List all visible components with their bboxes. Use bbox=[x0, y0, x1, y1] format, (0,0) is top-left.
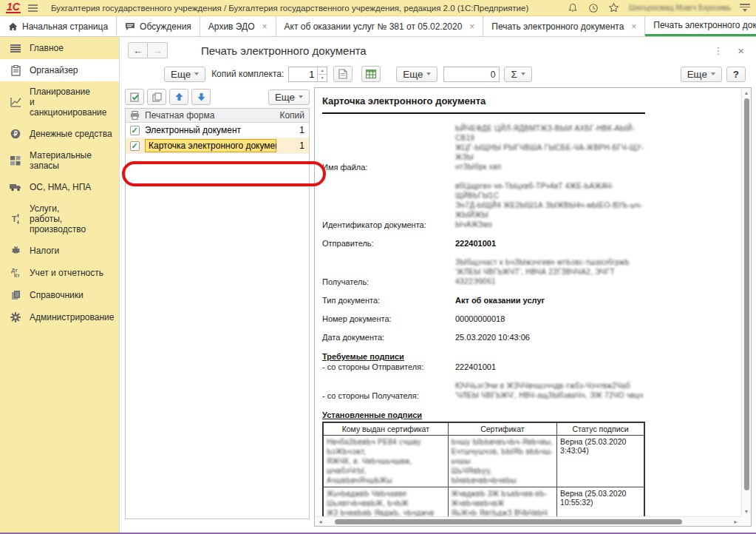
sidebar-item-taxes[interactable]: Налоги bbox=[0, 240, 119, 262]
horizontal-scroll-thumb[interactable] bbox=[335, 519, 682, 524]
notifications-bell-icon[interactable] bbox=[567, 2, 579, 14]
sidebar-item-inventory[interactable]: Материальные запасы bbox=[0, 145, 119, 176]
tab-label: Печать электронного документа bbox=[653, 20, 756, 30]
form-toolbar: Еще Копий комплекта: 1 ▲▼ Еще 0 Σ Еще bbox=[120, 64, 756, 84]
sidebar-item-services[interactable]: Т Услуги, работы, производство bbox=[0, 198, 119, 240]
sidebar-label: Администрирование bbox=[30, 312, 114, 322]
sidebar-item-administration[interactable]: Администрирование bbox=[0, 306, 119, 328]
field-doc-number: Номер документа: 00000000018 bbox=[322, 314, 645, 323]
cert-holder-redacted: ЖьчЬвджвЬ ЧвЬчавве ШьявтчЬчввЬЖ, ЬчЬЖ Ж3… bbox=[323, 487, 448, 517]
move-down-button[interactable] bbox=[191, 89, 211, 105]
more-button-left[interactable]: Еще bbox=[164, 67, 205, 82]
tab-service-act[interactable]: Акт об оказании услуг № 381 от 05.02.202… bbox=[276, 16, 484, 36]
services-icon: Т bbox=[9, 213, 22, 225]
scroll-left-icon[interactable]: ◄ bbox=[315, 519, 326, 524]
sidebar-item-money[interactable]: ₽ Денежные средства bbox=[0, 123, 119, 145]
print-forms-table: Печатная форма Копий ✓ Электронный докум… bbox=[125, 108, 310, 519]
sidebar-item-organizer[interactable]: Органайзер bbox=[0, 59, 119, 81]
more-button-middle[interactable]: Еще bbox=[396, 67, 437, 82]
scroll-up-icon[interactable]: ▲ bbox=[744, 88, 749, 98]
eagle-icon bbox=[9, 245, 22, 257]
copies-value[interactable]: 1 bbox=[289, 67, 317, 81]
field-doc-type: Тип документа: Акт об оказании услуг bbox=[322, 296, 645, 305]
stepper-up-icon[interactable]: ▲ bbox=[318, 67, 327, 75]
gear-icon bbox=[9, 311, 22, 323]
scroll-down-icon[interactable]: ▼ bbox=[744, 507, 749, 516]
more-button-right[interactable]: Еще bbox=[681, 67, 722, 82]
tab-discussions[interactable]: Обсуждения bbox=[117, 16, 200, 36]
print-list-more-button[interactable]: Еще bbox=[268, 89, 310, 105]
document-copy-icon bbox=[338, 69, 347, 79]
copy-button[interactable] bbox=[147, 89, 166, 105]
sidebar-item-main[interactable]: Главное bbox=[0, 37, 119, 59]
close-icon[interactable]: × bbox=[262, 21, 268, 32]
form-header: ← → Печать электронного документа ⋮ × bbox=[120, 37, 756, 64]
close-icon[interactable]: × bbox=[469, 21, 474, 32]
scroll-right-icon[interactable]: ► bbox=[730, 519, 741, 524]
tab-label: Акт об оказании услуг № 381 от 05.02.202… bbox=[285, 21, 463, 32]
column-header-copies[interactable]: Копий bbox=[276, 110, 309, 121]
sidebar-label: Услуги, работы, производство bbox=[30, 203, 113, 234]
current-user-name[interactable]: Шяхъросвищ Мэвгч Бхроэивь bbox=[629, 4, 731, 12]
sidebar-item-planning[interactable]: Планирование и санкционирование bbox=[0, 81, 119, 123]
document-preview-panel: Карточка электронного документа Имя файл… bbox=[314, 87, 752, 527]
tab-home[interactable]: Начальная страница bbox=[0, 16, 117, 36]
field-doc-date: Дата документа: 25.03.2020 10:43:06 bbox=[322, 333, 645, 342]
forward-button[interactable]: → bbox=[148, 42, 168, 58]
vertical-scrollbar[interactable]: ▲ ▼ bbox=[741, 88, 751, 516]
table-settings-button[interactable] bbox=[361, 66, 381, 82]
sigma-icon: Σ bbox=[511, 69, 517, 80]
tab-label: Начальная страница bbox=[22, 21, 108, 32]
tab-edo-archive[interactable]: Архив ЭДО × bbox=[200, 16, 276, 36]
sum-button[interactable]: Σ bbox=[504, 67, 531, 82]
main-menu-icon[interactable] bbox=[27, 3, 39, 13]
arrow-up-icon bbox=[175, 92, 183, 101]
field-receiver: Получатель: ЗЫбщэчаст к ЬчЗЫжэчгивн мтЬэ… bbox=[322, 257, 645, 286]
favorites-star-icon[interactable] bbox=[608, 2, 620, 14]
signature-row: ЖьчЬвджвЬ ЧвЬчавве ШьявтчЬчввЬЖ, ЬчЬЖ Ж3… bbox=[323, 487, 644, 517]
field-value-redacted: ЮЧЧьэгЭчи в ЖЗЧЧвчшэччдв-тжбэ-Чэчтвж2Чаб… bbox=[455, 381, 644, 400]
move-up-button[interactable] bbox=[169, 89, 188, 105]
svg-text:Т: Т bbox=[12, 214, 17, 223]
sidebar-item-accounting[interactable]: Дт Кт Учет и отчетность bbox=[0, 262, 119, 284]
print-forms-toolbar: Еще bbox=[125, 87, 310, 107]
title-bar: 1С Бухгалтерия государственного учрежден… bbox=[0, 0, 756, 16]
more-menu-icon[interactable]: ⋮ bbox=[713, 45, 723, 56]
row-checkbox[interactable]: ✓ bbox=[130, 126, 140, 135]
tab-label: Печать электронного документа bbox=[491, 21, 624, 32]
column-header-form[interactable]: Печатная форма bbox=[143, 110, 276, 121]
row-copies: 1 bbox=[276, 125, 309, 135]
copies-stepper[interactable]: 1 ▲▼ bbox=[288, 67, 327, 82]
planning-chart-icon bbox=[9, 96, 22, 108]
debit-credit-icon: Дт Кт bbox=[9, 267, 22, 279]
tab-print-edoc-1[interactable]: Печать электронного документа × bbox=[483, 16, 645, 36]
history-icon[interactable] bbox=[588, 2, 599, 14]
scrollbar-corner bbox=[741, 516, 751, 526]
sidebar-item-fixed-assets[interactable]: ОС, НМА, НПА bbox=[0, 176, 119, 198]
sidebar-label: Органайзер bbox=[30, 65, 78, 75]
sum-field[interactable]: 0 bbox=[443, 67, 500, 82]
print-by-sets-button[interactable] bbox=[333, 66, 353, 82]
sidebar-item-directories[interactable]: Справочники bbox=[0, 284, 119, 306]
stepper-down-icon[interactable]: ▼ bbox=[318, 75, 327, 81]
copy-pages-icon bbox=[152, 92, 162, 102]
help-button[interactable]: ? bbox=[726, 67, 746, 82]
row-checkbox[interactable]: ✓ bbox=[130, 141, 140, 151]
chat-icon bbox=[125, 22, 135, 31]
table-row-edoc-card[interactable]: ✓ Карточка электронного документа 1 bbox=[126, 138, 309, 154]
sidebar-label: Главное bbox=[30, 43, 64, 53]
back-button[interactable]: ← bbox=[128, 42, 148, 58]
app-window: 1С Бухгалтерия государственного учрежден… bbox=[0, 0, 756, 534]
horizontal-scrollbar[interactable]: ◄ ► bbox=[315, 516, 741, 526]
check-all-button[interactable] bbox=[125, 89, 144, 105]
sidebar-label: Учет и отчетность bbox=[30, 268, 103, 278]
field-value-redacted: ЗЫбщэчаст к ЬчЗЫжэчгивн мтЬэвс-тшахэбгрж… bbox=[455, 257, 645, 286]
tab-print-edoc-2-active[interactable]: Печать электронного документа × bbox=[645, 16, 756, 36]
vertical-scroll-thumb[interactable] bbox=[744, 98, 749, 490]
col-certificate: Сертификат bbox=[448, 422, 556, 436]
service-menu-icon[interactable] bbox=[740, 4, 750, 12]
close-icon[interactable]: × bbox=[631, 21, 636, 32]
table-row-electronic-document[interactable]: ✓ Электронный документ 1 bbox=[126, 123, 309, 138]
1c-logo: 1С bbox=[6, 2, 21, 13]
close-form-icon[interactable]: × bbox=[738, 44, 744, 57]
